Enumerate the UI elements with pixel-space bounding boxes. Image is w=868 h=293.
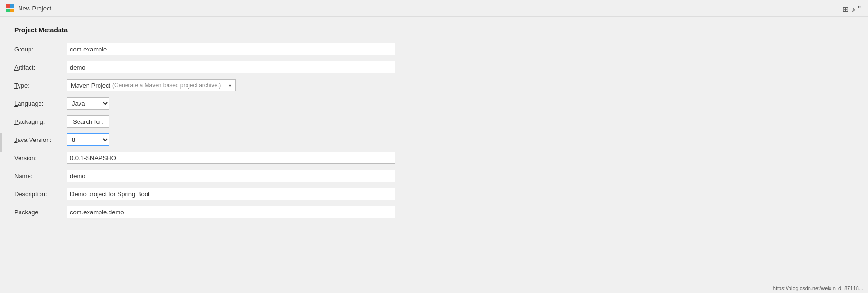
svg-rect-3 xyxy=(10,9,14,12)
left-divider xyxy=(0,133,2,152)
search-for-button[interactable]: Search for: xyxy=(67,115,109,128)
name-input[interactable] xyxy=(67,170,395,182)
language-label: Language: xyxy=(14,100,67,107)
version-label: Version: xyxy=(14,154,67,162)
package-label: Package: xyxy=(14,209,67,216)
java-version-select[interactable]: 8 11 17 21 xyxy=(67,133,109,146)
main-content: Project Metadata Group: Artifact: Type: … xyxy=(0,17,868,233)
type-sub-text: (Generate a Maven based project archive.… xyxy=(112,82,221,89)
name-label: Name: xyxy=(14,172,67,180)
type-main-text: Maven Project xyxy=(71,82,110,89)
corner-icons: ⊞ ♪ " xyxy=(842,5,861,14)
language-row: Language: Java Kotlin Groovy xyxy=(14,97,854,110)
bottom-url: https://blog.csdn.net/weixin_d_87118... xyxy=(773,285,863,291)
name-row: Name: xyxy=(14,169,854,182)
title-bar: New Project xyxy=(0,0,868,17)
version-row: Version: xyxy=(14,151,854,164)
quote-icon[interactable]: " xyxy=(858,5,861,14)
version-input[interactable] xyxy=(67,152,395,164)
type-label: Type: xyxy=(14,82,67,89)
description-row: Description: xyxy=(14,187,854,201)
packaging-row: Packaging: Search for: xyxy=(14,115,854,128)
group-label: Group: xyxy=(14,46,67,53)
svg-rect-1 xyxy=(10,4,14,8)
app-icon xyxy=(6,4,14,12)
description-label: Description: xyxy=(14,191,67,198)
window-title: New Project xyxy=(18,5,51,12)
artifact-row: Artifact: xyxy=(14,61,854,74)
description-input[interactable] xyxy=(67,188,395,200)
package-input[interactable] xyxy=(67,206,395,218)
group-row: Group: xyxy=(14,42,854,56)
type-row: Type: Maven Project (Generate a Maven ba… xyxy=(14,79,854,92)
section-title: Project Metadata xyxy=(14,26,854,34)
svg-rect-2 xyxy=(6,9,10,12)
type-dropdown[interactable]: Maven Project (Generate a Maven based pr… xyxy=(67,79,236,91)
package-row: Package: xyxy=(14,205,854,219)
search-for-label: Search for: xyxy=(73,118,103,125)
artifact-label: Artifact: xyxy=(14,64,67,71)
java-version-row: Java Version: 8 11 17 21 xyxy=(14,133,854,146)
java-version-label: Java Version: xyxy=(14,136,67,143)
grid-icon[interactable]: ⊞ xyxy=(842,5,848,14)
language-select[interactable]: Java Kotlin Groovy xyxy=(67,97,109,110)
type-chevron-icon: ▾ xyxy=(229,83,231,88)
music-icon[interactable]: ♪ xyxy=(851,5,855,14)
packaging-label: Packaging: xyxy=(14,118,67,125)
group-input[interactable] xyxy=(67,43,395,55)
svg-rect-0 xyxy=(6,4,10,8)
artifact-input[interactable] xyxy=(67,61,395,73)
